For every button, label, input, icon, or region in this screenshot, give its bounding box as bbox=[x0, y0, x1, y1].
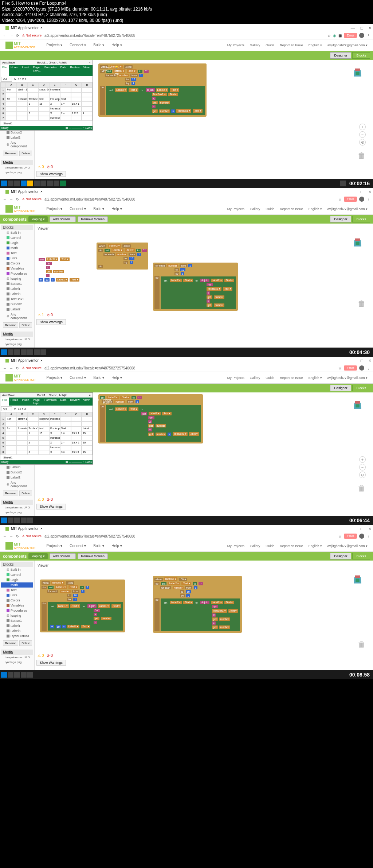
tab-review[interactable]: Review bbox=[68, 65, 81, 76]
sheet-tab[interactable]: Sheet1 bbox=[0, 121, 15, 126]
autosave-toggle[interactable]: AutoSave bbox=[2, 61, 15, 64]
gallery-link[interactable]: Gallery bbox=[250, 43, 260, 47]
media-file-1[interactable]: bangaloremap.JPG bbox=[1, 165, 33, 170]
tab-insert[interactable]: Insert bbox=[20, 65, 31, 76]
blocks-button[interactable]: Blocks bbox=[352, 52, 370, 59]
comp-textbox1[interactable]: TextBox1 bbox=[1, 297, 33, 302]
component-label2[interactable]: Label2 bbox=[1, 135, 33, 140]
designer-button[interactable]: Designer bbox=[330, 52, 351, 59]
back-icon[interactable]: ← bbox=[3, 197, 7, 201]
zoom-in-icon[interactable]: + bbox=[359, 124, 366, 130]
error-badge[interactable]: Error bbox=[344, 33, 357, 38]
any-component[interactable]: ⊕ Any component bbox=[1, 312, 33, 321]
app-icon-1[interactable] bbox=[40, 181, 46, 186]
formula-bar[interactable]: 15 X 1 bbox=[18, 78, 26, 81]
tray-icon[interactable] bbox=[340, 181, 346, 186]
tab-home[interactable]: Home bbox=[9, 65, 20, 76]
cat-lists[interactable]: Lists bbox=[1, 256, 33, 261]
excel-close-icon[interactable]: × bbox=[89, 61, 91, 64]
cat-procedures[interactable]: Procedures bbox=[1, 271, 33, 276]
report-link[interactable]: Report an Issue bbox=[280, 43, 303, 47]
comp-button2[interactable]: Button2 bbox=[1, 302, 33, 307]
join-block[interactable]: joinLabel1 ▾.Text ▾ "in" X getnumber = ⊕… bbox=[38, 257, 80, 282]
component-button2[interactable]: Button2 bbox=[1, 130, 33, 135]
app-icon-3[interactable] bbox=[54, 181, 59, 186]
tab-file[interactable]: File bbox=[0, 65, 9, 76]
blocks-button[interactable]: Blocks bbox=[352, 216, 370, 222]
close-icon[interactable]: × bbox=[369, 26, 371, 31]
tab-help[interactable]: Help bbox=[91, 65, 101, 76]
chrome-icon[interactable] bbox=[34, 181, 40, 186]
close-tab-icon[interactable]: × bbox=[40, 26, 43, 30]
any-component[interactable]: ⊕ Any component bbox=[1, 140, 33, 149]
button1-block[interactable]: whenButton1 ▾.Click dosetLabel1 ▾.Text ▾… bbox=[40, 580, 125, 632]
excel-icon[interactable] bbox=[60, 181, 66, 186]
language-link[interactable]: English ▾ bbox=[309, 43, 322, 47]
cat-control[interactable]: Control bbox=[1, 235, 33, 240]
cat-math[interactable]: Math bbox=[1, 245, 33, 251]
menu-build[interactable]: Build ▾ bbox=[93, 43, 104, 47]
mit-logo[interactable]: MITAPP INVENTOR bbox=[5, 205, 35, 213]
browser-tab[interactable]: MIT App Inventor × bbox=[2, 25, 46, 31]
button2-block[interactable]: whenButton2 ▾.Click dosetLabel2 ▾.Text ▾… bbox=[153, 576, 242, 633]
main-block[interactable]: setLabel2 ▾.Text ▾to" " for eachnumberfr… bbox=[98, 394, 203, 443]
star-icon[interactable]: ☆ bbox=[338, 197, 342, 201]
mit-logo[interactable]: MIT APP INVENTOR bbox=[5, 41, 35, 49]
forward-icon[interactable]: → bbox=[9, 197, 13, 201]
media-file-2[interactable]: ryanlogo.png bbox=[1, 170, 33, 175]
cat-logic[interactable]: Logic bbox=[1, 240, 33, 245]
remove-screen-button[interactable]: Remove Screen bbox=[78, 216, 108, 222]
trash-icon[interactable]: 🗑 bbox=[358, 151, 366, 160]
menu-icon[interactable]: ⋮ bbox=[366, 34, 370, 38]
zoom-fit-icon[interactable]: ⊙ bbox=[359, 139, 366, 146]
forward-icon[interactable]: → bbox=[9, 34, 13, 38]
star-icon[interactable]: ☆ bbox=[327, 34, 331, 38]
zoom-out-icon[interactable]: − bbox=[359, 131, 366, 138]
explorer-icon[interactable] bbox=[27, 181, 33, 186]
reload-icon[interactable]: ⟳ bbox=[16, 197, 19, 201]
trash-icon[interactable]: 🗑 bbox=[358, 299, 366, 308]
task-view-icon[interactable] bbox=[14, 181, 20, 186]
when-button2-block[interactable]: whenButton2 ▾.Click dosetLabel2 ▾.Text ▾… bbox=[97, 243, 148, 270]
security-indicator[interactable]: ⚠ Not secure bbox=[22, 197, 42, 201]
tab-view[interactable]: View bbox=[82, 65, 91, 76]
app-icon-2[interactable] bbox=[47, 181, 53, 186]
edge-icon[interactable] bbox=[21, 181, 27, 186]
extension-icon[interactable]: ◉ bbox=[333, 34, 336, 38]
comp-button1[interactable]: Button1 bbox=[1, 281, 33, 286]
show-warnings-button[interactable]: Show Warnings bbox=[36, 171, 66, 177]
reload-icon[interactable]: ⟳ bbox=[16, 34, 19, 38]
cat-text[interactable]: Text bbox=[1, 251, 33, 256]
screen-dropdown[interactable]: looping ▾ bbox=[28, 216, 48, 222]
guide-link[interactable]: Guide bbox=[266, 43, 274, 47]
back-icon[interactable]: ← bbox=[3, 34, 7, 38]
tab-formulas[interactable]: Formulas bbox=[43, 65, 58, 76]
for-each-block[interactable]: for eachnumberfrom1 to10 by1 do setLabel… bbox=[153, 263, 238, 311]
menu-help[interactable]: Help ▾ bbox=[111, 43, 122, 47]
qr-icon[interactable]: ▦ bbox=[338, 34, 342, 38]
search-icon[interactable] bbox=[8, 181, 13, 186]
profile-avatar[interactable] bbox=[359, 33, 364, 38]
built-in[interactable]: ⊟ Built-in bbox=[1, 230, 33, 235]
cat-colors[interactable]: Colors bbox=[1, 261, 33, 266]
comp-label2[interactable]: Label2 bbox=[1, 307, 33, 312]
browser-tab[interactable]: MIT App Inventor× bbox=[2, 189, 46, 195]
excel-window[interactable]: AutoSave Book1... Ghosh, Abhijit × File … bbox=[0, 60, 93, 131]
add-screen-button[interactable]: Add Screen... bbox=[50, 216, 76, 222]
blocks-canvas[interactable]: joinLabel1 ▾.Text ▾ "in" X getnumber = ⊕… bbox=[36, 232, 371, 312]
tell-me[interactable]: 💡 Tell me bbox=[113, 65, 121, 76]
designer-button[interactable]: Designer bbox=[330, 216, 351, 222]
comp-label3[interactable]: Label3 bbox=[1, 291, 33, 297]
comp-label1[interactable]: Label1 bbox=[1, 286, 33, 291]
tab-power[interactable]: Power Pivo bbox=[101, 65, 113, 76]
excel-window[interactable]: AutoSaveBook1... Ghosh, Abhijit× File Ho… bbox=[0, 392, 93, 465]
cell-reference[interactable]: G4 bbox=[1, 77, 12, 82]
my-projects-link[interactable]: My Projects bbox=[227, 43, 244, 47]
screen-looping[interactable]: ⊟ looping bbox=[1, 276, 33, 281]
excel-grid[interactable]: ABCDEFGH1Forstart = 1steps=10increase by… bbox=[0, 83, 93, 121]
start-icon[interactable] bbox=[1, 181, 7, 186]
tab-page[interactable]: Page Layo.. bbox=[31, 65, 43, 76]
backpack-icon[interactable] bbox=[351, 235, 364, 248]
backpack-icon[interactable] bbox=[351, 65, 364, 78]
rename-button[interactable]: Rename bbox=[3, 151, 18, 156]
